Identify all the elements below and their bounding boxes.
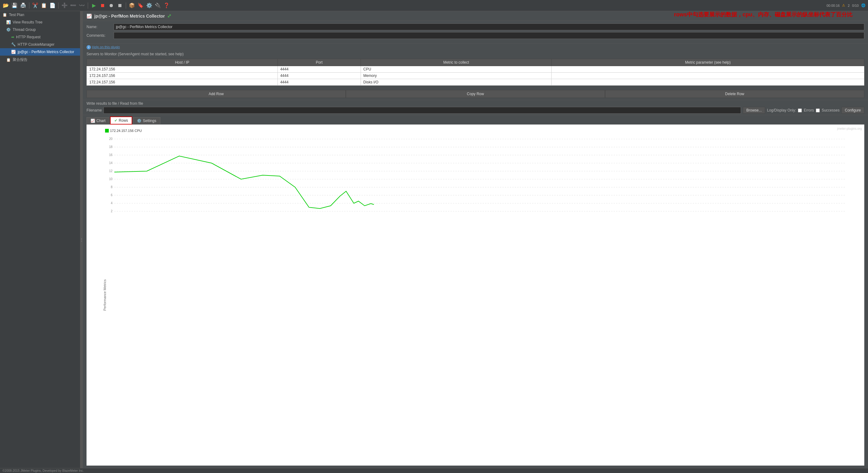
sidebar-item-label: jp@gc - PerfMon Metrics Collector xyxy=(18,50,74,54)
filename-input[interactable] xyxy=(103,107,741,114)
y-axis-label: Performance Metrics xyxy=(103,279,106,311)
legend-color-box xyxy=(105,129,109,132)
table-row[interactable]: 172.24.157.1564444CPU xyxy=(87,66,864,73)
run-icon[interactable]: ▶ xyxy=(91,2,97,9)
testplan-icon: 📋 xyxy=(2,13,7,17)
svg-text:4: 4 xyxy=(111,201,113,205)
sidebar-item-label: HTTP Request xyxy=(16,35,40,39)
filename-label: Filename xyxy=(87,108,102,113)
servers-title: Servers to Monitor (ServerAgent must be … xyxy=(87,51,864,58)
cut-icon[interactable]: ✂️ xyxy=(32,2,39,9)
chart-svg: 20 18 16 14 12 10 8 6 4 2 xyxy=(102,135,861,222)
bookmark-icon[interactable]: 🔖 xyxy=(137,2,144,9)
tab-settings[interactable]: ⚙️ Settings xyxy=(133,117,160,124)
file-section: Write results to file / Read from file F… xyxy=(83,100,868,115)
perfmon-icon: 📈 xyxy=(11,50,16,54)
log-options: Log/Display Only: Errors Successes Confi… xyxy=(767,107,864,114)
cookiemanager-icon: 🔧 xyxy=(11,42,16,46)
settings-icon[interactable]: ⚙️ xyxy=(146,2,153,9)
timer-display: 00:00:16 xyxy=(827,4,840,7)
table-cell-param xyxy=(552,66,864,73)
table-cell-param xyxy=(552,73,864,79)
new-icon[interactable]: 📂 xyxy=(2,2,9,9)
form-area: Name: Comments: xyxy=(83,21,868,43)
function-icon[interactable]: 〰️ xyxy=(79,2,85,9)
svg-text:6: 6 xyxy=(111,193,113,197)
write-results-title: Write results to file / Read from file xyxy=(87,101,864,106)
panel-title: jp@gc - PerfMon Metrics Collector xyxy=(94,13,165,19)
table-cell-host: 172.24.157.156 xyxy=(87,79,278,86)
statusbar: ©2008-2015 JMeter Plugins, Developed by … xyxy=(0,468,868,473)
copy-row-button[interactable]: Copy Row xyxy=(346,90,605,98)
delete-row-button[interactable]: Delete Row xyxy=(605,90,864,98)
chart-inner: 172.24.157.156 CPU Performance Metrics j… xyxy=(87,125,864,466)
remove-icon[interactable]: ➖ xyxy=(70,2,76,9)
save-icon[interactable]: 💾 xyxy=(11,2,18,9)
chart-watermark: jmeter-plugins.org xyxy=(837,127,862,130)
sidebar-item-label: 聚合报告 xyxy=(13,57,28,62)
resize-handle[interactable]: ⋮ xyxy=(80,11,83,468)
rows-tab-icon: ✔ xyxy=(114,118,117,123)
svg-text:20: 20 xyxy=(109,137,113,140)
table-cell-port: 4444 xyxy=(278,79,361,86)
record-icon[interactable]: ⏺ xyxy=(108,2,115,9)
sidebar-item-perfmon[interactable]: 📈 jp@gc - PerfMon Metrics Collector xyxy=(0,48,80,56)
configure-button[interactable]: Configure xyxy=(841,107,864,114)
warning-count: 2 xyxy=(847,4,849,7)
svg-text:18: 18 xyxy=(109,145,113,149)
errors-checkbox[interactable] xyxy=(798,108,802,113)
expand-icon[interactable]: ⤢ xyxy=(167,13,171,19)
svg-text:16: 16 xyxy=(109,153,113,157)
svg-text:12: 12 xyxy=(109,169,113,173)
print-icon[interactable]: 🖨️ xyxy=(20,2,27,9)
sidebar-item-threadgroup[interactable]: ⚙️ Thread Group xyxy=(0,26,80,33)
threadgroup-icon: ⚙️ xyxy=(6,28,11,32)
statusbar-left: ©2008-2015 JMeter Plugins, Developed by … xyxy=(2,469,84,472)
sidebar-item-aggregate[interactable]: 📋 聚合报告 xyxy=(0,56,80,64)
clear-icon[interactable]: ⏹ xyxy=(117,2,123,9)
table-row[interactable]: 172.24.157.1564444Disks I/O xyxy=(87,79,864,86)
sidebar-item-cookiemanager[interactable]: 🔧 HTTP CookieManager xyxy=(0,41,80,48)
servers-table: Host / IP Port Metric to collect Metric … xyxy=(87,59,864,86)
comments-label: Comments: xyxy=(87,33,111,38)
successes-label: Successes xyxy=(822,108,840,113)
table-cell-metric: CPU xyxy=(361,66,552,73)
main-layout: 📋 Test Plan 📊 View Results Tree ⚙️ Threa… xyxy=(0,11,868,468)
sidebar-item-viewresults[interactable]: 📊 View Results Tree xyxy=(0,19,80,26)
tab-chart[interactable]: 📈 Chart xyxy=(87,117,110,124)
svg-text:8: 8 xyxy=(111,185,113,189)
successes-checkbox[interactable] xyxy=(816,108,820,113)
warning-icon: ⚠ xyxy=(842,3,845,7)
sidebar: 📋 Test Plan 📊 View Results Tree ⚙️ Threa… xyxy=(0,11,80,468)
copy-icon[interactable]: 📋 xyxy=(40,2,47,9)
add-row-button[interactable]: Add Row xyxy=(87,90,346,98)
add-icon[interactable]: ➕ xyxy=(61,2,68,9)
rows-tab-label: Rows xyxy=(119,118,128,123)
templates-icon[interactable]: 📦 xyxy=(128,2,135,9)
table-cell-metric: Memory xyxy=(361,73,552,79)
table-cell-param xyxy=(552,79,864,86)
panel-header: 📈 jp@gc - PerfMon Metrics Collector ⤢ xyxy=(83,11,868,21)
name-input[interactable] xyxy=(114,24,864,30)
help-icon[interactable]: ❓ xyxy=(163,2,170,9)
paste-icon[interactable]: 📄 xyxy=(49,2,56,9)
chart-line xyxy=(114,156,374,209)
progress-display: 0/10 xyxy=(852,4,859,7)
legend-label: 172.24.157.156 CPU xyxy=(110,129,142,132)
sidebar-item-label: Thread Group xyxy=(13,28,36,32)
stop-icon[interactable]: ⏹ xyxy=(99,2,106,9)
plugins-icon[interactable]: 🔌 xyxy=(155,2,161,9)
table-cell-host: 172.24.157.156 xyxy=(87,66,278,73)
help-link[interactable]: Help on this plugin xyxy=(92,45,120,49)
chart-container: 172.24.157.156 CPU Performance Metrics j… xyxy=(87,125,864,466)
browse-button[interactable]: Browse... xyxy=(743,107,765,114)
svg-text:14: 14 xyxy=(109,161,113,165)
table-cell-port: 4444 xyxy=(278,73,361,79)
tab-rows[interactable]: ✔ Rows xyxy=(110,117,132,125)
table-row[interactable]: 172.24.157.1564444Memory xyxy=(87,73,864,79)
comments-input[interactable] xyxy=(114,32,864,39)
sidebar-item-httprequest[interactable]: ➡ HTTP Request xyxy=(0,33,80,41)
grid-lines: 20 18 16 14 12 10 8 6 4 2 xyxy=(109,137,846,213)
sidebar-item-label: View Results Tree xyxy=(13,20,43,24)
sidebar-item-testplan[interactable]: 📋 Test Plan xyxy=(0,11,80,19)
